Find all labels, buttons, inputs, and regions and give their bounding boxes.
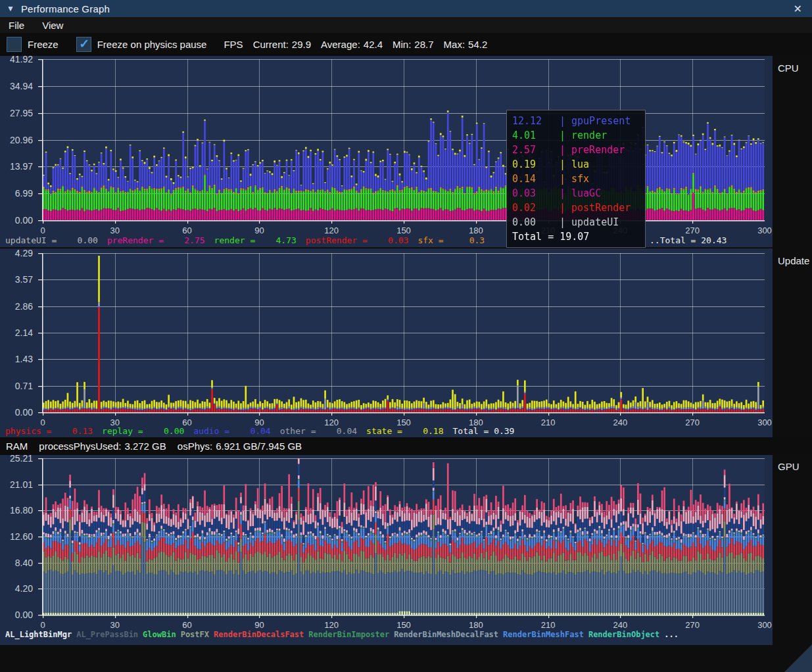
cpu-legend: updateUI = 0.00preRender = 2.75render = … (5, 235, 770, 247)
fps-average: Average:42.4 (321, 39, 383, 50)
x-tick-label: 60 (182, 620, 191, 630)
ram-os-label: osPhys: (178, 441, 212, 452)
legend-entry: sfx = 0.3 (418, 235, 485, 247)
performance-graph-window: { "window": {"title": "Performance Graph… (0, 0, 812, 672)
y-tick-label: 41.92 (10, 54, 33, 64)
freeze-checkbox[interactable] (7, 37, 22, 52)
y-tick-label: 21.01 (10, 479, 33, 490)
legend-entry: RenderBinMeshDecalFast (394, 630, 498, 642)
y-tick-label: 25.21 (10, 453, 33, 464)
y-tick-label: 0.00 (15, 215, 33, 226)
collapse-triangle-icon[interactable]: ▼ (7, 5, 14, 12)
y-tick-label: 3.57 (15, 274, 33, 285)
x-tick-label: 0 (40, 620, 45, 630)
x-tick-label: 270 (685, 226, 700, 235)
x-tick-label: 90 (254, 620, 264, 630)
freeze-on-physics-pause-label: Freeze on physics pause (97, 39, 207, 50)
cpu-side-label: CPU (778, 62, 799, 74)
y-tick-label: 13.97 (10, 161, 33, 172)
x-tick-label: 180 (469, 620, 483, 630)
x-tick-label: 30 (110, 226, 120, 235)
y-tick-label: 2.14 (15, 327, 33, 338)
y-tick-label: 6.99 (15, 188, 33, 199)
update-chart-plot[interactable] (37, 253, 765, 416)
freeze-label: Freeze (28, 39, 59, 50)
ram-label: RAM (6, 441, 28, 452)
tooltip-row: 0.19|lua (512, 157, 640, 172)
legend-entry: PostFX (181, 630, 209, 642)
legend-entry: AL_LightBinMgr (5, 630, 72, 642)
update-chart-panel: 4.293.572.862.141.430.710.00 03060901201… (0, 249, 773, 437)
y-tick-label: 2.86 (15, 301, 33, 312)
cpu-chart-panel: AuthenticAMD AMD A10-5800K APU with Rade… (0, 56, 773, 247)
x-tick-label: 120 (324, 620, 339, 630)
profiler-tooltip: 12.12|gpuPresent4.01|render2.57|preRende… (506, 110, 646, 248)
legend-entry: state = 0.18 (366, 426, 443, 438)
update-side-label: Update (778, 255, 809, 266)
legend-entry: RenderBinDecalsFast (214, 630, 304, 642)
legend-entry: audio = 0.04 (193, 426, 270, 438)
x-tick-label: 300 (757, 620, 772, 630)
gpu-y-axis: 25.2121.0116.8012.608.404.200.00 (0, 458, 36, 615)
x-tick-label: 150 (396, 226, 411, 235)
x-tick-label: 60 (182, 226, 191, 235)
y-tick-label: 16.80 (10, 505, 33, 516)
title-bar: ▼ Performance Graph ✕ (0, 0, 812, 17)
y-tick-label: 0.71 (15, 381, 33, 391)
cpu-y-axis: 41.9234.9427.9520.9613.976.990.00 (0, 59, 36, 220)
legend-entry: physics = 0.13 (5, 426, 93, 438)
legend-entry: RenderBinObject (588, 630, 659, 642)
x-tick-label: 120 (324, 226, 339, 235)
tooltip-row: 2.57|preRender (512, 143, 640, 157)
x-tick-label: 180 (469, 226, 483, 235)
legend-total: Total = 0.39 (453, 426, 515, 438)
ram-process-label: processPhysUsed: (39, 441, 121, 452)
legend-entry: other = 0.04 (280, 426, 357, 438)
y-tick-label: 34.94 (10, 81, 33, 91)
update-legend: physics = 0.13replay = 0.00audio = 0.04o… (5, 426, 770, 438)
tooltip-row: 0.03|luaGC (512, 186, 640, 201)
menu-item-view[interactable]: View (42, 20, 63, 31)
fps-label: FPS (224, 39, 243, 50)
cpu-x-axis: 0306090120150180210240270300 (43, 226, 765, 236)
close-icon[interactable]: ✕ (794, 3, 802, 15)
gpu-chart-plot[interactable] (37, 458, 765, 619)
legend-entry: RenderBinMeshFast (503, 630, 584, 642)
legend-entry: RenderBinImposter (308, 630, 389, 642)
tooltip-row: 0.14|sfx (512, 172, 640, 186)
window-title: Performance Graph (21, 3, 110, 14)
ram-status: RAM processPhysUsed: 3.272 GB osPhys: 6.… (0, 437, 812, 455)
gpu-x-axis: 0306090120150180210240270300 (43, 620, 765, 631)
legend-entry: replay = 0.00 (102, 426, 184, 438)
gpu-legend: AL_LightBinMgrAL_PrePassBinGlowBinPostFX… (5, 630, 770, 642)
legend-entry: postRender = 0.03 (306, 235, 409, 247)
toolbar: Freeze ✓ Freeze on physics pause FPS Cur… (0, 33, 812, 56)
check-icon: ✓ (79, 37, 89, 50)
update-y-axis: 4.293.572.862.141.430.710.00 (0, 253, 36, 412)
y-tick-label: 0.00 (15, 610, 33, 620)
ram-os-value: 6.921 GB/7.945 GB (216, 441, 302, 452)
y-tick-label: 12.60 (10, 531, 33, 542)
tooltip-row: 12.12|gpuPresent (512, 114, 640, 128)
tooltip-row: 0.00|updateUI (512, 215, 640, 229)
x-tick-label: 0 (40, 226, 45, 235)
legend-entry: updateUI = 0.00 (5, 235, 98, 247)
x-tick-label: 150 (396, 620, 411, 630)
x-tick-label: 240 (613, 620, 628, 630)
y-tick-label: 8.40 (15, 558, 33, 568)
gpu-side-label: GPU (778, 461, 800, 472)
cpu-chart-plot[interactable] (37, 59, 765, 224)
legend-entry: AL_PrePassBin (76, 630, 138, 642)
menu-item-file[interactable]: File (9, 20, 24, 31)
gpu-chart-panel: Radeon RX 560 Series, 1.980 GB (memory m… (0, 455, 773, 645)
x-tick-label: 30 (110, 620, 120, 630)
x-tick-label: 300 (757, 226, 772, 235)
x-tick-label: 210 (541, 620, 556, 630)
ram-process-value: 3.272 GB (124, 441, 166, 452)
y-tick-label: 0.00 (15, 407, 33, 418)
x-tick-label: 270 (685, 620, 700, 630)
fps-max: Max:54.2 (444, 39, 488, 50)
legend-entry: preRender = 2.75 (107, 235, 205, 247)
resize-grip[interactable] (784, 644, 812, 672)
freeze-on-physics-pause-checkbox[interactable]: ✓ (76, 37, 91, 52)
